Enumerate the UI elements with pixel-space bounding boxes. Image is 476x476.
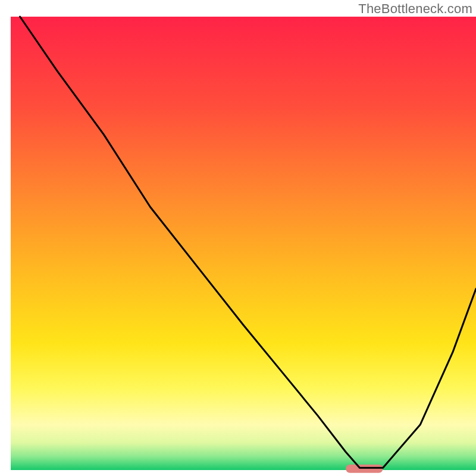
gradient-background: [11, 17, 476, 470]
plot-area: [11, 17, 476, 473]
chart-canvas: [0, 0, 476, 476]
watermark-label: TheBottleneck.com: [358, 1, 472, 17]
optimal-range-marker: [346, 465, 383, 473]
bottleneck-chart: TheBottleneck.com: [0, 0, 476, 476]
